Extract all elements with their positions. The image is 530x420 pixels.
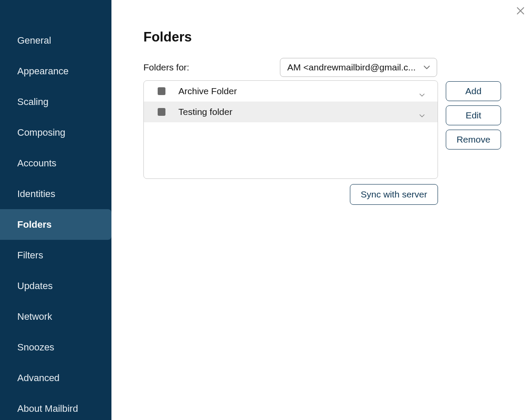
sidebar-item-label: Snoozes xyxy=(17,342,54,353)
folder-actions: Add Edit Remove xyxy=(446,81,501,150)
chevron-down-icon xyxy=(419,110,425,114)
sidebar-item-folders[interactable]: Folders xyxy=(0,209,111,240)
sidebar-item-advanced[interactable]: Advanced xyxy=(0,363,111,393)
sidebar-item-label: Identities xyxy=(17,188,55,200)
sidebar-item-snoozes[interactable]: Snoozes xyxy=(0,332,111,363)
main-panel: Folders Folders for: AM <andrewmailbird@… xyxy=(111,0,530,420)
sidebar-item-accounts[interactable]: Accounts xyxy=(0,148,111,178)
sidebar-item-label: Accounts xyxy=(17,158,57,169)
sidebar-item-label: Appearance xyxy=(17,66,69,77)
sidebar-item-appearance[interactable]: Appearance xyxy=(0,56,111,86)
folders-for-label: Folders for: xyxy=(143,62,280,73)
account-select-value: AM <andrewmailbird@gmail.c... xyxy=(287,62,419,73)
folder-row-archive[interactable]: Archive Folder xyxy=(144,81,438,102)
close-icon[interactable] xyxy=(516,6,525,16)
sidebar-item-label: Updates xyxy=(17,280,53,292)
folder-icon xyxy=(158,87,165,95)
sync-with-server-button[interactable]: Sync with server xyxy=(350,184,438,205)
sidebar-item-label: About Mailbird xyxy=(17,403,78,414)
sidebar-item-label: Composing xyxy=(17,127,65,138)
add-button[interactable]: Add xyxy=(446,81,501,101)
sidebar-item-label: Scaling xyxy=(17,96,48,108)
folder-row-testing[interactable]: Testing folder xyxy=(144,102,438,122)
sidebar-item-updates[interactable]: Updates xyxy=(0,270,111,301)
sidebar-item-general[interactable]: General xyxy=(0,25,111,56)
settings-sidebar: General Appearance Scaling Composing Acc… xyxy=(0,0,111,420)
sidebar-item-label: Network xyxy=(17,311,52,322)
sidebar-item-composing[interactable]: Composing xyxy=(0,117,111,148)
sidebar-item-label: General xyxy=(17,35,51,46)
sidebar-item-identities[interactable]: Identities xyxy=(0,178,111,209)
sidebar-item-network[interactable]: Network xyxy=(0,301,111,332)
sidebar-item-label: Filters xyxy=(17,250,43,261)
edit-button[interactable]: Edit xyxy=(446,105,501,125)
remove-button[interactable]: Remove xyxy=(446,130,501,150)
page-title: Folders xyxy=(143,29,501,45)
folder-list: Archive Folder Testing folder xyxy=(143,80,438,179)
sidebar-item-label: Folders xyxy=(17,219,51,230)
account-select[interactable]: AM <andrewmailbird@gmail.c... xyxy=(280,58,437,77)
folders-for-row: Folders for: AM <andrewmailbird@gmail.c.… xyxy=(143,58,501,77)
sidebar-item-scaling[interactable]: Scaling xyxy=(0,86,111,117)
folder-icon xyxy=(158,108,165,116)
chevron-down-icon xyxy=(419,89,425,93)
chevron-down-icon xyxy=(423,65,431,70)
sidebar-item-label: Advanced xyxy=(17,372,60,384)
sidebar-item-filters[interactable]: Filters xyxy=(0,240,111,270)
folder-name: Testing folder xyxy=(178,107,419,117)
sidebar-item-about[interactable]: About Mailbird xyxy=(0,393,111,420)
folder-name: Archive Folder xyxy=(178,86,419,96)
